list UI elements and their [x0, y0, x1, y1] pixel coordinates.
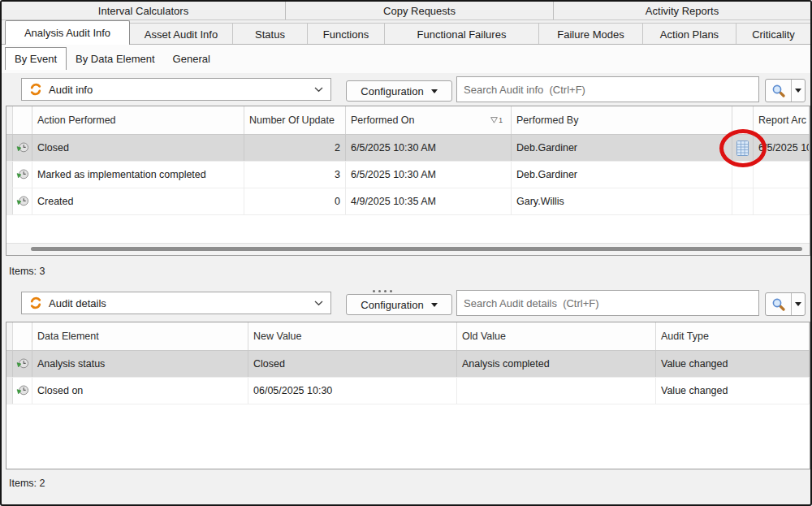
column-performed-on[interactable]: Performed On 1 [346, 106, 512, 134]
table-row[interactable]: Closed on 06/05/2025 10:30 Value changed [6, 378, 810, 404]
icon-column-header [13, 106, 32, 134]
items-count-2: Items: 2 [9, 478, 45, 489]
cell-old-value [457, 378, 656, 404]
main-tab-strip: Analysis Audit Info Asset Audit Info Sta… [2, 20, 810, 45]
chevron-down-icon [314, 87, 323, 93]
row-indicator [6, 188, 13, 214]
audit-info-header-row: Action Performed Number Of Update Perfor… [6, 106, 810, 135]
cell-updates: 3 [244, 162, 346, 188]
column-audit-type[interactable]: Audit Type [656, 322, 810, 350]
history-icon [13, 378, 32, 404]
tab-interval-calculators[interactable]: Interval Calculators [2, 2, 286, 19]
cell-performed-by: Deb.Gardiner [512, 135, 732, 161]
history-icon [13, 351, 32, 377]
tab-general[interactable]: General [164, 47, 219, 70]
audit-info-search-input[interactable] [456, 76, 759, 102]
table-empty-area [6, 215, 810, 243]
column-old-value[interactable]: Old Value [457, 322, 656, 350]
tab-copy-requests[interactable]: Copy Requests [286, 2, 554, 19]
column-data-element[interactable]: Data Element [32, 322, 248, 350]
tab-failure-modes[interactable]: Failure Modes [539, 23, 643, 45]
column-action-performed[interactable]: Action Performed [32, 106, 244, 134]
audit-details-search-input[interactable] [456, 290, 759, 316]
cell-audit-type: Value changed [656, 378, 810, 404]
audit-details-header-row: Data Element New Value Old Value Audit T… [6, 322, 810, 351]
tab-criticality[interactable]: Criticality [736, 23, 810, 45]
column-report-archive[interactable]: Report Arc [754, 106, 810, 134]
cell-report-archive [754, 162, 810, 188]
icon-column-header [13, 322, 32, 350]
cell-performed-by: Gary.Willis [512, 188, 732, 214]
report-grid-icon[interactable] [732, 135, 754, 161]
tab-status[interactable]: Status [233, 23, 308, 45]
indicator-column-header [6, 322, 13, 350]
cell-new-value: Closed [248, 351, 457, 377]
top-tab-strip: Interval Calculators Copy Requests Activ… [2, 2, 810, 20]
dropdown-arrow-icon [795, 302, 801, 306]
audit-details-source-combobox[interactable]: Audit details [21, 292, 331, 314]
indicator-column-header [6, 106, 13, 134]
cell-action: Closed [32, 135, 244, 161]
cell-report-blank [732, 188, 754, 214]
tab-functional-failures[interactable]: Functional Failures [385, 23, 539, 45]
column-report-blank[interactable] [732, 106, 754, 134]
row-indicator [6, 378, 13, 404]
column-performed-on-label: Performed On [351, 115, 415, 126]
row-indicator [6, 162, 13, 188]
column-new-value[interactable]: New Value [248, 322, 457, 350]
configuration-button-2[interactable]: Configuration [346, 294, 452, 315]
search-options-arrow[interactable] [792, 80, 805, 102]
audit-info-search-button[interactable] [765, 79, 806, 102]
scrollbar-thumb[interactable] [31, 247, 802, 251]
sort-descending-indicator: 1 [490, 117, 503, 123]
tab-by-data-element[interactable]: By Data Element [67, 47, 164, 70]
table-row[interactable]: Closed 2 6/5/2025 10:30 AM Deb.Gardiner … [6, 135, 810, 162]
cell-report-blank [732, 162, 754, 188]
horizontal-scrollbar[interactable] [6, 243, 810, 255]
table-row[interactable]: Created 0 4/9/2025 10:35 AM Gary.Willis [6, 188, 810, 215]
chevron-down-icon [314, 301, 323, 306]
refresh-icon [29, 296, 42, 309]
sub-tab-strip: By Event By Data Element General [5, 47, 219, 70]
items-count-1: Items: 3 [9, 266, 45, 277]
history-icon [13, 162, 32, 188]
configuration-button-1[interactable]: Configuration [346, 80, 452, 102]
configuration-button-label: Configuration [361, 85, 423, 97]
column-number-of-updates[interactable]: Number Of Update [244, 106, 346, 134]
tab-functions[interactable]: Functions [308, 23, 385, 45]
table-row[interactable]: Marked as implementation completed 3 6/5… [6, 162, 810, 188]
cell-performed-by: Deb.Gardiner [512, 162, 732, 188]
audit-details-search-button[interactable] [765, 292, 806, 316]
tab-by-event[interactable]: By Event [5, 47, 67, 70]
history-icon [13, 135, 32, 161]
dropdown-arrow-icon [431, 89, 438, 93]
audit-info-table: Action Performed Number Of Update Perfor… [6, 106, 810, 256]
cell-performed-on: 4/9/2025 10:35 AM [346, 188, 512, 214]
row-indicator [6, 351, 13, 377]
cell-action: Created [32, 188, 244, 214]
audit-details-source-value: Audit details [49, 297, 106, 309]
table-row[interactable]: Analysis status Closed Analysis complete… [6, 351, 810, 378]
app-window: Interval Calculators Copy Requests Activ… [0, 0, 812, 506]
tab-asset-audit-info[interactable]: Asset Audit Info [130, 23, 233, 45]
table-empty-area [6, 404, 810, 469]
cell-new-value: 06/05/2025 10:30 [248, 378, 457, 404]
search-icon [766, 293, 792, 315]
dropdown-arrow-icon [431, 303, 438, 307]
configuration-button-label: Configuration [361, 299, 423, 311]
cell-data-element: Closed on [32, 378, 248, 404]
cell-updates: 2 [244, 135, 346, 161]
history-icon [13, 188, 32, 214]
cell-report-archive: 6/5/2025 10 [754, 135, 810, 161]
dropdown-arrow-icon [795, 89, 801, 93]
column-performed-by[interactable]: Performed By [512, 106, 732, 134]
audit-info-source-combobox[interactable]: Audit info [21, 78, 331, 101]
tab-activity-reports[interactable]: Activity Reports [554, 2, 810, 19]
tab-action-plans[interactable]: Action Plans [643, 23, 736, 45]
cell-updates: 0 [244, 188, 346, 214]
cell-performed-on: 6/5/2025 10:30 AM [346, 162, 512, 188]
audit-info-source-value: Audit info [49, 84, 93, 96]
search-options-arrow[interactable] [792, 293, 805, 315]
tab-analysis-audit-info[interactable]: Analysis Audit Info [5, 20, 130, 45]
search-icon [766, 80, 792, 102]
